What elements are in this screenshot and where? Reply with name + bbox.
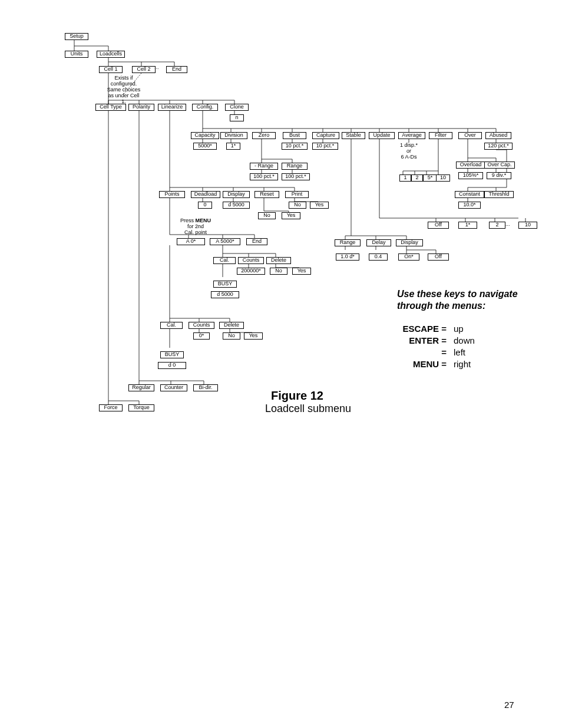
node-n: n [230,114,244,121]
node-setup: Setup [65,33,88,40]
nav-menu-label: MENU = [397,360,447,370]
node-force: Force [99,404,123,411]
node-busy-2: BUSY [160,351,184,358]
node-cell2: Cell 2 [132,66,156,73]
node-linearize: Linearize [158,104,186,111]
node-deadload: Deadload [191,191,220,198]
val-counts-1: 200000* [237,268,265,275]
node-capacity: Capacity [191,132,219,139]
val-f2: 2 [411,174,423,182]
val-overcap: 9 div.* [487,172,511,179]
node-bidir: Bi-dir. [193,384,218,391]
node-pos-range: Range [282,163,308,170]
figure-caption: Loadcell submenu [265,403,351,415]
node-st-delay: Delay [366,239,391,246]
val-upd-1: 1* [458,222,477,229]
val-del1-yes: Yes [292,268,311,275]
node-st-range: Range [335,239,361,246]
val-abused: 120 pct.* [484,143,513,150]
val-busy-1: d 5000 [211,291,239,298]
val-f1: 1 [399,174,411,182]
nav-menu-val: right [454,360,471,370]
val-upd-off: Off [428,222,449,229]
val-upd-2: 2 [489,222,505,229]
node-zero: Zero [252,132,276,139]
val-upd-10: 10 [518,222,537,229]
val-reset-yes: Yes [282,212,300,219]
node-average: Average [398,132,425,139]
nav-escape-val: up [454,324,464,334]
node-capture: Capture [312,132,339,139]
node-bust: Bust [283,132,306,139]
node-busy-1: BUSY [213,281,237,288]
node-points: Points [159,191,185,198]
node-clone: Clone [225,104,249,111]
note-menu-2nd: Press Press MENUMENU for 2nd Cal. point [178,218,213,236]
node-counter: Counter [160,384,187,391]
ellipsis-2: ··· [505,223,510,229]
node-a0: A 0* [177,238,205,245]
node-regular: Regular [128,384,154,391]
node-delete-1: Delete [266,257,291,264]
val-busy-2: d 0 [158,362,186,369]
node-polarity: Polarity [128,104,154,111]
nav-enter-val: down [454,336,475,346]
node-st-display: Display [396,239,423,246]
page-number: 27 [504,700,514,710]
node-over: Over [458,132,482,139]
val-capture: 10 pct.* [312,143,338,150]
page: Setup Units Loadcells Cell 1 Cell 2 ··· … [0,0,562,728]
val-division: 1* [226,143,240,150]
node-update: Update [369,132,395,139]
node-end-2: End [246,238,267,245]
node-neg-range: - Range [250,163,278,170]
node-threshld: Threshld [484,191,514,198]
val-f5: 5* [423,174,437,182]
node-constant: Constant [455,191,484,198]
val-pos-range: 100 pct.* [282,173,310,180]
node-torque: Torque [128,404,154,411]
val-st-on: On* [398,253,419,261]
val-neg-range: 100 pct.* [250,173,278,180]
note-avg: 1 disp.*or6 A-Ds [399,143,418,160]
node-delete-2: Delete [219,322,244,329]
node-print: Print [285,191,309,198]
val-overload: 105%* [458,172,483,179]
node-division: Division [220,132,247,139]
node-cal-2: Cal. [160,322,183,329]
val-f10: 10 [436,174,450,182]
node-units: Units [65,51,88,58]
node-counts-1: Counts [238,257,264,264]
val-del1-no: No [270,268,287,275]
node-stable: Stable [342,132,365,139]
val-threshld: 10.0* [458,202,481,209]
ellipsis-1: ··· [154,66,159,72]
nav-heading-1: Use these keys to navigate [397,289,518,299]
node-loadcells: Loadcells [97,51,125,58]
node-counts-2: Counts [189,322,214,329]
figure-number: Figure 12 [271,389,323,402]
val-print-no: No [289,202,306,209]
val-bust: 10 pct.* [282,143,308,150]
val-points: 0 [198,202,212,209]
node-cell1: Cell 1 [99,66,123,73]
val-deadload: d 5000 [223,202,250,209]
val-capacity: 5000* [193,143,217,150]
nav-enter-label: ENTER = [397,336,447,346]
node-config: Config. [192,104,218,111]
note-exists: Exists if configured. Same choices as un… [106,75,141,104]
val-reset-no: No [258,212,276,219]
node-a5000: A 5000* [210,238,240,245]
val-print-yes: Yes [310,202,329,209]
node-overcap: Over Cap. [484,162,515,169]
nav-escape-label: ESCAPE = [397,324,447,334]
val-counts-2: 0* [193,332,210,340]
val-st-delay: 0.4 [369,253,388,261]
node-abused: Abused [485,132,511,139]
node-cal-1: Cal. [213,257,236,264]
node-display: Display [223,191,250,198]
val-del2-yes: Yes [244,332,263,340]
val-st-range: 1.0 d* [336,253,359,261]
node-end-1: End [166,66,187,73]
val-st-off: Off [428,253,449,261]
